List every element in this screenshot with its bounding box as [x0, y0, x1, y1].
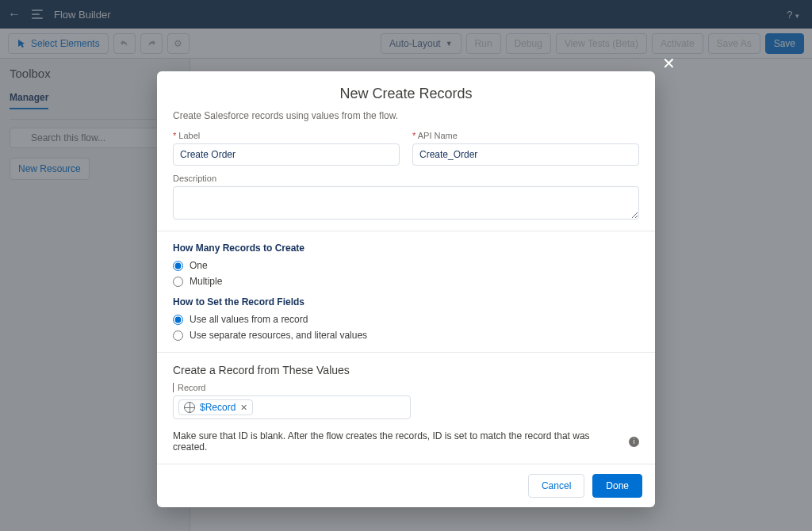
how-many-question: How Many Records to Create: [173, 243, 639, 254]
remove-pill-icon[interactable]: ✕: [240, 403, 247, 413]
info-icon[interactable]: i: [629, 437, 639, 447]
radio-one-input[interactable]: [173, 261, 183, 271]
helper-text: Make sure that ID is blank. After the fl…: [173, 430, 624, 453]
globe-icon: [184, 402, 195, 413]
radio-multiple-label: Multiple: [190, 276, 222, 287]
close-icon[interactable]: ✕: [662, 54, 676, 73]
how-set-question: How to Set the Record Fields: [173, 296, 639, 308]
create-records-modal: ✕ New Create Records Create Salesforce r…: [157, 71, 655, 507]
divider: [157, 231, 655, 231]
modal-subtitle: Create Salesforce records using values f…: [173, 110, 639, 121]
description-input[interactable]: [173, 186, 639, 220]
description-field: Description: [173, 174, 639, 220]
label-api-row: Label API Name: [173, 131, 639, 174]
done-button[interactable]: Done: [592, 474, 642, 498]
record-pill: $Record ✕: [178, 399, 253, 415]
radio-multiple[interactable]: Multiple: [173, 276, 639, 287]
api-name-field-label: API Name: [412, 131, 639, 140]
api-name-field: API Name: [412, 131, 639, 166]
radio-one-label: One: [190, 260, 208, 271]
record-pill-label: $Record: [200, 402, 236, 413]
record-section-title: Create a Record from These Values: [173, 364, 639, 376]
description-field-label: Description: [173, 174, 639, 183]
label-field-label: Label: [173, 131, 400, 140]
label-field: Label: [173, 131, 400, 166]
cancel-button[interactable]: Cancel: [528, 474, 584, 498]
radio-all-values[interactable]: Use all values from a record: [173, 314, 639, 325]
radio-one[interactable]: One: [173, 260, 639, 271]
label-input[interactable]: [173, 143, 400, 166]
modal-title: New Create Records: [157, 71, 655, 110]
record-field-label: Record: [173, 383, 639, 392]
record-input[interactable]: $Record ✕: [173, 395, 411, 419]
api-name-input[interactable]: [412, 143, 639, 166]
radio-separate-label: Use separate resources, and literal valu…: [190, 330, 367, 341]
modal-body: Create Salesforce records using values f…: [157, 110, 655, 464]
divider-2: [157, 352, 655, 353]
radio-multiple-input[interactable]: [173, 277, 183, 287]
radio-separate[interactable]: Use separate resources, and literal valu…: [173, 330, 639, 341]
radio-separate-input[interactable]: [173, 330, 183, 341]
radio-all-values-input[interactable]: [173, 315, 183, 325]
helper-text-row: Make sure that ID is blank. After the fl…: [173, 430, 639, 453]
radio-all-values-label: Use all values from a record: [190, 314, 308, 325]
modal-footer: Cancel Done: [157, 464, 655, 507]
